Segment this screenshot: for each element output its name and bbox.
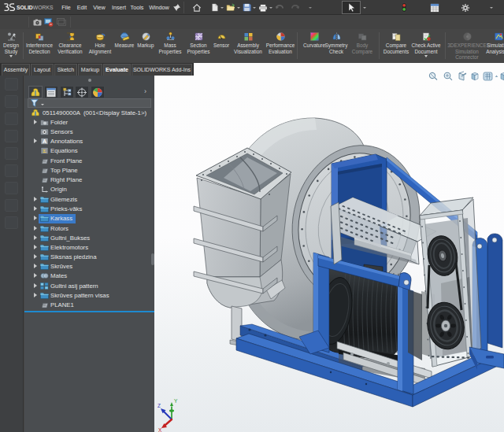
svg-text:A: A [43,138,46,144]
svg-text:X: X [158,427,162,432]
svg-text:Y: Y [174,398,178,404]
svg-text:Z: Z [158,403,161,408]
svg-text:SOLIDWORKS: SOLIDWORKS [17,5,54,10]
svg-text:Σ: Σ [43,148,46,154]
